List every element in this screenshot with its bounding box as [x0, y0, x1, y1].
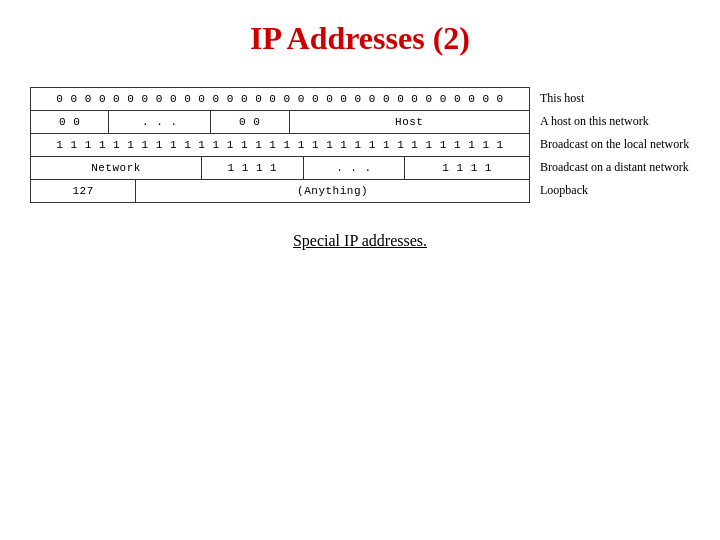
ip-cell: . . .: [109, 111, 211, 133]
page: IP Addresses (2) 0 0 0 0 0 0 0 0 0 0 0 0…: [0, 0, 720, 540]
page-title: IP Addresses (2): [250, 20, 470, 57]
ip-table: 0 0 0 0 0 0 0 0 0 0 0 0 0 0 0 0 0 0 0 0 …: [30, 87, 690, 202]
ip-cell: 127: [31, 180, 136, 202]
ip-cell: 0 0: [211, 111, 289, 133]
row-label: This host: [530, 87, 690, 111]
table-row: 127(Anything)Loopback: [30, 179, 690, 203]
caption: Special IP addresses.: [293, 232, 427, 250]
ip-cell: 0 0: [31, 111, 109, 133]
table-row: 0 0. . .0 0HostA host on this network: [30, 110, 690, 134]
row-label: Broadcast on a distant network: [530, 156, 690, 180]
ip-cell: 0 0 0 0 0 0 0 0 0 0 0 0 0 0 0 0 0 0 0 0 …: [31, 88, 530, 110]
table-row: 1 1 1 1 1 1 1 1 1 1 1 1 1 1 1 1 1 1 1 1 …: [30, 133, 690, 157]
ip-cell: 1 1 1 1: [405, 157, 530, 179]
row-label: A host on this network: [530, 110, 690, 134]
ip-cell: 1 1 1 1 1 1 1 1 1 1 1 1 1 1 1 1 1 1 1 1 …: [31, 134, 530, 156]
ip-cell: 1 1 1 1: [202, 157, 304, 179]
row-label: Broadcast on the local network: [530, 133, 690, 157]
table-row: 0 0 0 0 0 0 0 0 0 0 0 0 0 0 0 0 0 0 0 0 …: [30, 87, 690, 111]
row-label: Loopback: [530, 179, 690, 203]
table-row: Network1 1 1 1. . .1 1 1 1Broadcast on a…: [30, 156, 690, 180]
ip-cell: Host: [290, 111, 531, 133]
ip-cell: (Anything): [136, 180, 530, 202]
ip-cell: . . .: [304, 157, 406, 179]
ip-cell: Network: [31, 157, 202, 179]
